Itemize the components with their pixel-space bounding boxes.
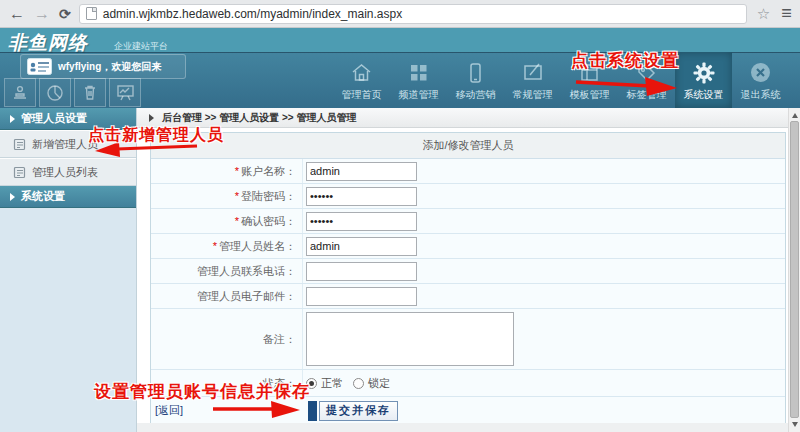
sidebar-group-label: 管理人员设置 [21, 111, 87, 126]
nav-item-label: 系统设置 [684, 88, 724, 102]
sidebar-group-label: 系统设置 [21, 189, 65, 204]
bookmark-star-icon[interactable]: ☆ [757, 5, 770, 23]
browser-address-bar[interactable]: admin.wjkmbz.hedaweb.com/myadmin/index_m… [79, 4, 747, 24]
back-link[interactable]: [返回] [155, 403, 183, 418]
app-header: 非鱼网络 企业建站平台 wfyflying，欢迎您回来 [0, 28, 800, 108]
image-pencil-icon [522, 61, 544, 84]
account-name-input[interactable] [306, 162, 417, 181]
stamp-icon [11, 85, 29, 101]
field-label-text: 管理人员姓名： [219, 239, 296, 254]
confirm-password-input[interactable] [306, 212, 417, 231]
admin-name-input[interactable] [306, 237, 417, 256]
gear-icon [692, 61, 716, 84]
login-password-input[interactable] [306, 187, 417, 206]
app-logo-subtitle: 企业建站平台 [114, 40, 168, 53]
user-badge: wfyflying，欢迎您回来 [20, 54, 186, 79]
scrollbar-up-icon[interactable] [792, 113, 798, 118]
note-icon [13, 138, 26, 151]
form-row-admin-name: * 管理人员姓名： [151, 234, 785, 259]
required-asterisk: * [213, 240, 217, 252]
triangle-right-icon [149, 114, 154, 122]
field-label: 管理人员联系电话： [151, 259, 303, 283]
field-label: * 管理人员姓名： [151, 234, 303, 258]
form-row-email: 管理人员电子邮件： [151, 284, 785, 309]
browser-menu-icon[interactable]: ≡ [781, 3, 792, 24]
email-input[interactable] [306, 287, 417, 306]
field-label: * 确认密码： [151, 209, 303, 233]
field-label: * 账户名称： [151, 159, 303, 183]
annotation-click-add-admin: 点击新增管理人员 [88, 125, 224, 146]
browser-toolbar: ← → ⟳ admin.wjkmbz.hedaweb.com/myadmin/i… [0, 0, 800, 28]
report-tool-button[interactable] [109, 78, 141, 107]
page-icon [86, 7, 97, 20]
note-icon [13, 166, 26, 179]
nav-item-label: 模板管理 [570, 88, 610, 102]
triangle-right-icon [10, 115, 15, 123]
field-label: * 登陆密码： [151, 184, 303, 208]
remark-textarea[interactable] [306, 312, 514, 366]
field-label-text: 备注： [263, 332, 296, 347]
id-card-icon [27, 58, 52, 75]
sidebar-item-admin-list[interactable]: 管理人员列表 [0, 158, 136, 186]
field-label: 备注： [151, 309, 303, 369]
required-asterisk: * [235, 190, 239, 202]
phone-input[interactable] [306, 262, 417, 281]
form-title: 添加/修改管理人员 [151, 133, 785, 159]
nav-item-label: 常规管理 [513, 88, 553, 102]
content-footer-strip [137, 423, 788, 432]
welcome-text: wfyflying，欢迎您回来 [58, 60, 161, 74]
status-radio-locked[interactable] [353, 378, 364, 389]
nav-item-label: 标签管理 [627, 88, 667, 102]
trash-tool-button[interactable] [74, 78, 106, 107]
required-asterisk: * [235, 215, 239, 227]
nav-item-system-settings[interactable]: 系统设置 [675, 52, 732, 108]
button-accent-bar [308, 401, 317, 421]
submit-button[interactable]: 提交并保存 [319, 401, 398, 421]
pie-chart-icon [46, 84, 64, 102]
trash-icon [82, 84, 98, 101]
home-icon [350, 61, 373, 84]
app-logo: 非鱼网络 [8, 30, 88, 56]
nav-item-label: 频道管理 [399, 88, 439, 102]
screen: ← → ⟳ admin.wjkmbz.hedaweb.com/myadmin/i… [0, 0, 800, 432]
nav-item-label: 退出系统 [741, 88, 781, 102]
triangle-right-icon [10, 193, 15, 201]
form-row-login-password: * 登陆密码： [151, 184, 785, 209]
url-text: admin.wjkmbz.hedaweb.com/myadmin/index_m… [103, 7, 402, 21]
field-label-text: 账户名称： [241, 164, 296, 179]
form-row-remark: 备注： [151, 309, 785, 370]
field-label-text: 登陆密码： [241, 189, 296, 204]
main-nav: 管理首页 频道管理 移动营销 [333, 52, 789, 108]
status-option-label: 正常 [321, 376, 343, 391]
form-row-account-name: * 账户名称： [151, 159, 785, 184]
annotation-click-system-settings: 点击系统设置 [571, 49, 679, 72]
nav-item-channels[interactable]: 频道管理 [390, 52, 447, 108]
field-label-text: 管理人员电子邮件： [197, 289, 296, 304]
nav-item-home[interactable]: 管理首页 [333, 52, 390, 108]
mobile-icon [468, 61, 483, 84]
browser-back-icon[interactable]: ← [9, 6, 25, 22]
nav-item-label: 移动营销 [456, 88, 496, 102]
form-row-confirm-password: * 确认密码： [151, 209, 785, 234]
required-asterisk: * [235, 165, 239, 177]
nav-item-label: 管理首页 [342, 88, 382, 102]
scrollbar-down-icon[interactable] [792, 422, 798, 427]
stamp-tool-button[interactable] [4, 78, 36, 107]
sidebar-group-system-settings[interactable]: 系统设置 [0, 186, 136, 208]
stats-tool-button[interactable] [39, 78, 71, 107]
browser-forward-icon[interactable]: → [34, 6, 50, 22]
field-label-text: 管理人员联系电话： [197, 264, 296, 279]
field-label: 管理人员电子邮件： [151, 284, 303, 308]
annotation-save-account-info: 设置管理员账号信息并保存 [94, 380, 310, 403]
browser-reload-icon[interactable]: ⟳ [59, 6, 71, 22]
quick-tools [4, 78, 141, 107]
nav-item-logout[interactable]: 退出系统 [732, 52, 789, 108]
breadcrumb: 后台管理 >> 管理人员设置 >> 管理人员管理 [137, 108, 788, 128]
nav-item-mobile-marketing[interactable]: 移动营销 [447, 52, 504, 108]
grid-icon [408, 61, 429, 84]
nav-item-general[interactable]: 常规管理 [504, 52, 561, 108]
field-label-text: 确认密码： [241, 214, 296, 229]
scrollbar-thumb[interactable] [790, 121, 799, 418]
page-scrollbar[interactable] [788, 108, 800, 432]
form-row-phone: 管理人员联系电话： [151, 259, 785, 284]
